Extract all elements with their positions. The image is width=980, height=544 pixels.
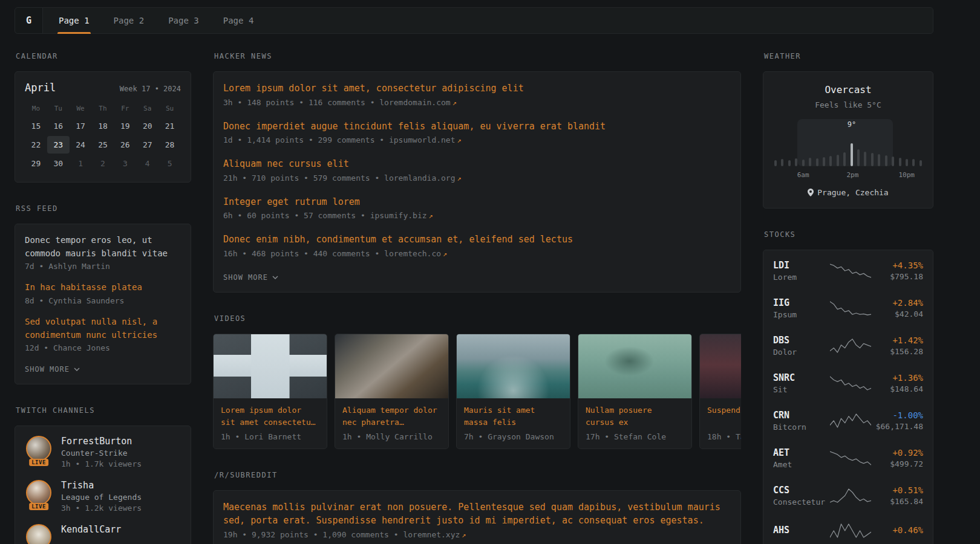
calendar-day: 26 — [114, 136, 136, 154]
stock-change: +1.36% — [871, 373, 923, 383]
hn-item-domain[interactable]: ipsumworld.net — [389, 135, 456, 144]
stock-row[interactable]: IIG Ipsum +2.84% $42.04 — [773, 297, 923, 319]
hn-item-title[interactable]: Aliquam nec cursus elit — [223, 157, 731, 171]
video-card[interactable]: Nullam posuere cursus ex 17h • Stefan Co… — [578, 334, 692, 449]
calendar-day: 24 — [70, 136, 92, 154]
calendar-day: 29 — [25, 155, 47, 172]
video-card[interactable]: Aliquam tempor dolor nec pharetra… 1h • … — [335, 334, 449, 449]
tab-page-1[interactable]: Page 1 — [47, 8, 102, 33]
stock-name: Lorem — [773, 273, 830, 282]
reddit-post-title[interactable]: Maecenas mollis pulvinar erat non posuer… — [223, 500, 731, 528]
stock-row[interactable]: CCS Consectetur +0.51% $165.84 — [773, 485, 923, 507]
rss-item[interactable]: Sed volutpat nulla nisl, a condimentum n… — [25, 316, 181, 352]
stock-row[interactable]: AET Amet +0.92% $499.72 — [773, 447, 923, 469]
hn-show-more-label: SHOW MORE — [223, 273, 268, 282]
stock-row[interactable]: CRN Bitcorn -1.00% $66,171.48 — [773, 410, 923, 432]
stock-symbol: IIG — [773, 297, 830, 308]
stock-sparkline — [830, 487, 871, 504]
rss-item-title[interactable]: In hac habitasse platea — [25, 281, 181, 294]
stock-sparkline — [830, 450, 871, 467]
weather-hourly-chart: 9° — [773, 119, 923, 166]
hn-item-domain[interactable]: ipsumify.biz — [370, 211, 427, 220]
stock-price: $165.84 — [871, 497, 923, 506]
rss-item-meta: 8d • Cynthia Saunders — [25, 296, 181, 305]
stock-name: Ipsum — [773, 310, 830, 319]
hn-item-title[interactable]: Lorem ipsum dolor sit amet, consectetur … — [223, 82, 731, 96]
stock-row[interactable]: LDI Lorem +4.35% $795.18 — [773, 260, 923, 282]
twitch-channel[interactable]: LIVE Trisha League of Legends 3h • 1.2k … — [25, 480, 181, 513]
reddit-post-domain[interactable]: loremnet.xyz — [403, 530, 460, 539]
calendar-card: April Week 17 • 2024 Mo Tu We Th Fr Sa S… — [15, 71, 191, 183]
video-card[interactable]: Lorem ipsum dolor sit amet consectetu… 1… — [213, 334, 327, 449]
hn-item: Aliquam nec cursus elit 21h • 710 points… — [223, 157, 731, 183]
stock-sparkline — [830, 522, 871, 539]
app-logo[interactable]: G — [15, 8, 43, 33]
video-card[interactable]: Suspendisse diam 18h • Tara — [699, 334, 741, 449]
stock-symbol: AET — [773, 447, 830, 458]
rss-item[interactable]: In hac habitasse platea 8d • Cynthia Sau… — [25, 281, 181, 305]
peak-temp-label: 9° — [848, 120, 856, 129]
rss-item[interactable]: Donec tempor eros leo, ut commodo mauris… — [25, 234, 181, 271]
stock-row[interactable]: SNRC Sit +1.36% $148.64 — [773, 372, 923, 394]
calendar-day: 5 — [158, 155, 181, 172]
rss-widget-title: RSS FEED — [16, 204, 191, 213]
hn-item-domain[interactable]: loremdomain.com — [379, 98, 450, 107]
calendar-widget: CALENDAR April Week 17 • 2024 Mo Tu We T… — [15, 52, 191, 183]
dashboard-grid: CALENDAR April Week 17 • 2024 Mo Tu We T… — [0, 34, 980, 544]
hn-item-meta: 1d • 1,414 points • 299 comments • — [223, 135, 384, 144]
video-title: Nullam posuere cursus ex — [586, 404, 684, 429]
calendar-day: 2 — [92, 155, 114, 172]
stock-change: +1.42% — [871, 335, 923, 345]
weather-condition: Overcast — [773, 84, 923, 96]
rss-item-title[interactable]: Sed volutpat nulla nisl, a condimentum n… — [25, 316, 181, 342]
calendar-day: 1 — [70, 155, 92, 172]
calendar-day: 18 — [92, 117, 114, 135]
external-link-icon: ↗ — [462, 531, 466, 539]
live-badge: LIVE — [29, 503, 48, 510]
hn-item-domain[interactable]: loremtech.co — [384, 249, 441, 258]
stock-row[interactable]: DBS Dolor +1.42% $156.28 — [773, 335, 923, 357]
hn-show-more-button[interactable]: SHOW MORE — [223, 273, 278, 282]
tab-page-3[interactable]: Page 3 — [156, 8, 211, 33]
stock-price: $156.28 — [871, 347, 923, 356]
videos-row[interactable]: Lorem ipsum dolor sit amet consectetu… 1… — [213, 334, 741, 449]
hn-item-title[interactable]: Donec enim nibh, condimentum et accumsan… — [223, 233, 731, 247]
rss-item-title[interactable]: Donec tempor eros leo, ut commodo mauris… — [25, 234, 181, 260]
rss-show-more-button[interactable]: SHOW MORE — [25, 365, 80, 374]
twitch-card: LIVE ForrestBurton Counter-Strike 1h • 1… — [15, 426, 191, 544]
live-badge: LIVE — [29, 459, 48, 466]
stock-sparkline — [830, 300, 871, 317]
stock-price: $795.18 — [871, 272, 923, 281]
axis-label-6am: 6am — [797, 171, 809, 179]
hn-item: Donec enim nibh, condimentum et accumsan… — [223, 233, 731, 258]
hn-item: Lorem ipsum dolor sit amet, consectetur … — [223, 82, 731, 107]
hn-item-title[interactable]: Integer eget rutrum lorem — [223, 195, 731, 209]
stock-symbol: CCS — [773, 485, 830, 496]
weather-card: Overcast Feels like 5°C 9° 6am 2pm 10pm … — [763, 71, 933, 209]
hn-item: Integer eget rutrum lorem 6h • 60 points… — [223, 195, 731, 221]
tab-page-4[interactable]: Page 4 — [211, 8, 266, 33]
stock-price: $148.64 — [871, 384, 923, 393]
calendar-day: 30 — [47, 155, 70, 172]
twitch-channel[interactable]: KendallCarr — [25, 524, 181, 544]
calendar-day: 20 — [136, 117, 158, 135]
external-link-icon: ↗ — [452, 99, 457, 107]
weather-widget-title: WEATHER — [764, 52, 933, 60]
page-tabs: Page 1 Page 2 Page 3 Page 4 — [47, 8, 266, 33]
video-card[interactable]: Mauris sit amet massa felis 7h • Grayson… — [456, 334, 570, 449]
stock-sparkline — [830, 375, 871, 392]
channel-game: League of Legends — [61, 493, 142, 502]
hn-item-domain[interactable]: loremlandia.org — [384, 173, 455, 183]
hn-item-meta: 16h • 468 points • 440 comments • — [223, 249, 379, 258]
stock-change: -1.00% — [871, 410, 923, 420]
chevron-down-icon — [74, 368, 80, 371]
hn-item-title[interactable]: Donec imperdiet augue tincidunt felis al… — [223, 120, 731, 134]
stock-row[interactable]: AHS +0.46% — [773, 522, 923, 539]
tab-page-2[interactable]: Page 2 — [102, 8, 157, 33]
stock-change: +4.35% — [871, 261, 923, 270]
video-meta: 7h • Grayson Dawson — [464, 432, 563, 441]
video-title: Lorem ipsum dolor sit amet consectetu… — [221, 404, 319, 429]
video-thumbnail — [578, 334, 691, 398]
twitch-channel[interactable]: LIVE ForrestBurton Counter-Strike 1h • 1… — [25, 436, 181, 468]
stock-sparkline — [830, 262, 871, 279]
